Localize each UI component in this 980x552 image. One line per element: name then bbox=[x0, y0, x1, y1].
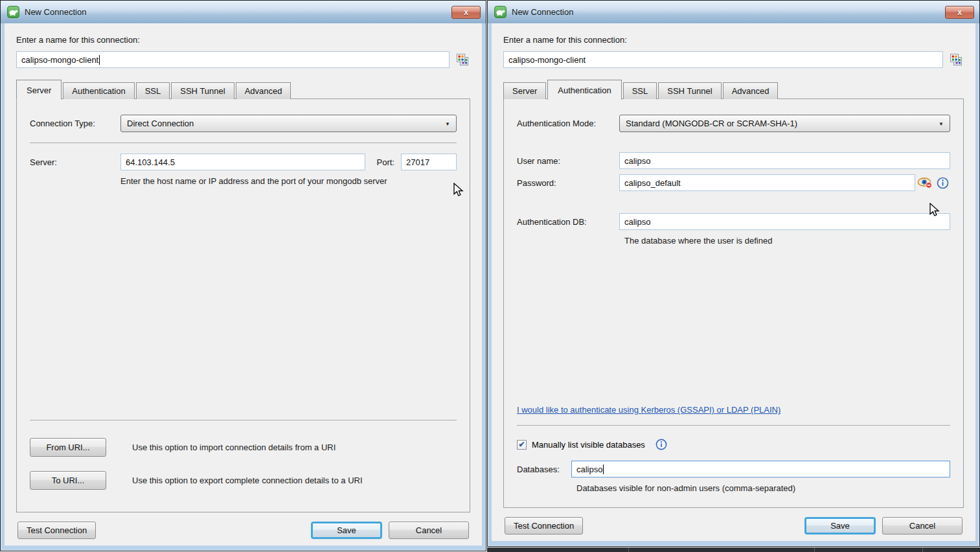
password-label: Password: bbox=[517, 178, 619, 188]
close-icon[interactable]: x bbox=[451, 6, 481, 19]
server-label: Server: bbox=[30, 157, 120, 167]
left-titlebar[interactable]: New Connection x bbox=[1, 1, 486, 23]
text-caret bbox=[99, 55, 100, 65]
manual-databases-checkbox[interactable]: ✔ bbox=[517, 440, 527, 450]
window-title: New Connection bbox=[512, 7, 945, 17]
server-help-text: Enter the host name or IP address and th… bbox=[120, 176, 457, 186]
connection-type-label: Connection Type: bbox=[30, 119, 120, 128]
port-label: Port: bbox=[377, 157, 394, 167]
right-connection-dialog: New Connection x Enter a name for this c… bbox=[487, 0, 980, 547]
tab-server[interactable]: Server bbox=[503, 82, 546, 99]
color-palette-icon[interactable] bbox=[948, 52, 964, 67]
text-caret bbox=[603, 465, 604, 474]
left-connection-dialog: New Connection x Enter a name for this c… bbox=[0, 0, 486, 551]
tab-advanced[interactable]: Advanced bbox=[723, 82, 779, 99]
divider bbox=[517, 425, 950, 426]
tab-ssl[interactable]: SSL bbox=[136, 82, 170, 99]
connection-name-input[interactable]: calipso-mongo-client bbox=[503, 51, 943, 68]
left-tab-bar: Server Authentication SSL SSH Tunnel Adv… bbox=[16, 80, 470, 99]
close-icon[interactable]: x bbox=[945, 6, 974, 19]
auth-mode-label: Authentication Mode: bbox=[517, 119, 619, 128]
test-connection-button[interactable]: Test Connection bbox=[17, 522, 96, 539]
authentication-tab-panel: Authentication Mode: Standard (MONGODB-C… bbox=[503, 98, 964, 508]
robomongo-app-icon bbox=[7, 6, 19, 18]
left-dialog-body: Enter a name for this connection: calips… bbox=[5, 23, 482, 546]
port-input[interactable]: 27017 bbox=[401, 154, 457, 170]
connection-name-label: Enter a name for this connection: bbox=[16, 35, 470, 45]
color-palette-icon[interactable] bbox=[455, 52, 470, 67]
auth-mode-select[interactable]: Standard (MONGODB-CR or SCRAM-SHA-1) ▼ bbox=[619, 115, 950, 132]
cancel-button[interactable]: Cancel bbox=[882, 517, 963, 535]
tab-server[interactable]: Server bbox=[16, 80, 62, 100]
robomongo-app-icon bbox=[494, 6, 507, 18]
save-button[interactable]: Save bbox=[804, 517, 876, 535]
tab-advanced[interactable]: Advanced bbox=[236, 82, 291, 99]
password-input[interactable]: calipso_default bbox=[619, 174, 915, 191]
divider bbox=[30, 420, 457, 420]
from-uri-button[interactable]: From URI... bbox=[30, 438, 106, 457]
checkmark-icon: ✔ bbox=[518, 440, 525, 449]
connection-type-select[interactable]: Direct Connection ▼ bbox=[120, 115, 457, 132]
tab-ssl[interactable]: SSL bbox=[623, 82, 657, 99]
background-window-edge bbox=[487, 547, 980, 552]
tab-authentication[interactable]: Authentication bbox=[63, 82, 134, 99]
right-titlebar[interactable]: New Connection x bbox=[488, 1, 979, 23]
connection-name-label: Enter a name for this connection: bbox=[503, 35, 964, 45]
username-label: User name: bbox=[517, 156, 619, 166]
tab-authentication[interactable]: Authentication bbox=[547, 80, 621, 100]
auth-db-label: Authentication DB: bbox=[517, 217, 619, 227]
chevron-down-icon: ▼ bbox=[445, 121, 450, 126]
right-tab-bar: Server Authentication SSL SSH Tunnel Adv… bbox=[503, 80, 964, 99]
right-dialog-body: Enter a name for this connection: calips… bbox=[492, 23, 975, 541]
from-uri-help-text: Use this option to import connection det… bbox=[132, 443, 336, 452]
test-connection-button[interactable]: Test Connection bbox=[505, 517, 583, 535]
to-uri-button[interactable]: To URI... bbox=[30, 471, 106, 490]
server-address-input[interactable]: 64.103.144.5 bbox=[120, 154, 365, 170]
connection-name-input[interactable]: calipso-mongo-client bbox=[16, 51, 450, 68]
auth-db-input[interactable]: calipso bbox=[619, 213, 950, 230]
password-info-icon[interactable] bbox=[935, 175, 950, 190]
server-tab-panel: Connection Type: Direct Connection ▼ Ser… bbox=[16, 98, 470, 512]
kerberos-ldap-link[interactable]: I would like to authenticate using Kerbe… bbox=[517, 405, 781, 415]
databases-input[interactable]: calipso bbox=[571, 461, 950, 477]
save-button[interactable]: Save bbox=[311, 522, 382, 539]
username-input[interactable]: calipso bbox=[619, 152, 950, 169]
tab-ssh-tunnel[interactable]: SSH Tunnel bbox=[658, 82, 721, 99]
to-uri-help-text: Use this option to export complete conne… bbox=[132, 476, 363, 485]
databases-label: Databases: bbox=[517, 465, 571, 474]
window-title: New Connection bbox=[25, 7, 451, 17]
divider bbox=[30, 143, 457, 143]
tab-ssh-tunnel[interactable]: SSH Tunnel bbox=[171, 82, 234, 99]
cancel-button[interactable]: Cancel bbox=[389, 522, 469, 539]
auth-db-help-text: The database where the user is defined bbox=[624, 236, 950, 246]
hide-password-eye-icon[interactable] bbox=[915, 175, 935, 190]
databases-help-text: Databases visible for non-admin users (c… bbox=[576, 483, 950, 493]
manual-databases-label: Manually list visible databases bbox=[532, 440, 645, 450]
databases-info-icon[interactable] bbox=[655, 439, 667, 450]
chevron-down-icon: ▼ bbox=[939, 121, 944, 126]
